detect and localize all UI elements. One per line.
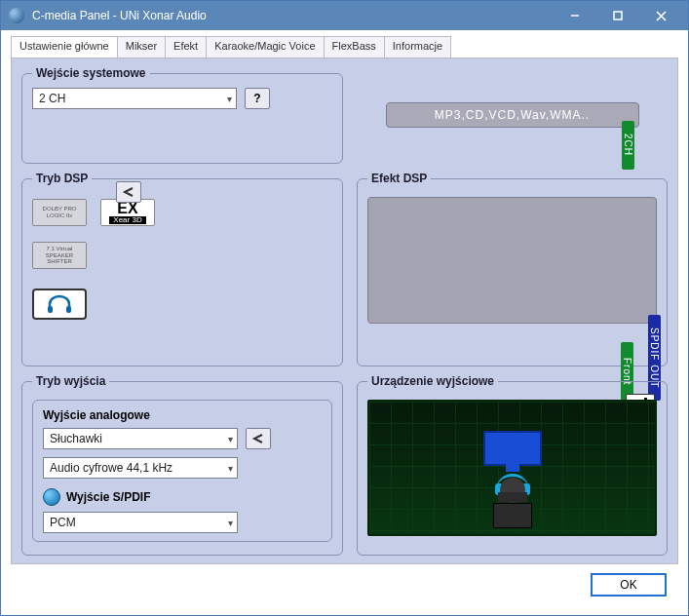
- analog-output-subgroup: Wyjście analogowe Słuchawki ▾ Audi: [32, 400, 332, 542]
- svg-rect-1: [614, 12, 622, 19]
- dialog-footer: OK: [11, 564, 678, 605]
- window-title: C-media Panel - UNi Xonar Audio: [32, 9, 554, 22]
- tab-info[interactable]: Informacje: [384, 36, 451, 58]
- spdif-label: Wyjście S/PDIF: [66, 490, 150, 504]
- virtual71-label: 7.1 Virtual SPEAKER SHIFTER: [33, 246, 86, 265]
- minimize-button[interactable]: [554, 2, 596, 29]
- maximize-button[interactable]: [596, 2, 639, 29]
- sample-rate-value: Audio cyfrowe 44,1 kHz: [50, 461, 172, 475]
- formats-area: MP3,CD,VCD,Wav,WMA.. 2CH: [357, 66, 668, 164]
- stage-monitor-icon: [483, 431, 542, 466]
- headphone-mode-button[interactable]: [32, 289, 87, 320]
- spdif-format-value: PCM: [50, 516, 76, 529]
- xear-ex-label: EX: [117, 201, 137, 216]
- svg-rect-4: [48, 306, 53, 313]
- legend-dsp-mode: Tryb DSP: [32, 172, 92, 185]
- tab-mixer[interactable]: Mikser: [117, 36, 166, 58]
- analog-output-value: Słuchawki: [50, 432, 102, 445]
- formats-display: MP3,CD,VCD,Wav,WMA..: [386, 102, 639, 128]
- tabbar: Ustawienie główne Mikser Efekt Karaoke/M…: [11, 36, 678, 58]
- analog-output-label: Wyjście analogowe: [43, 408, 150, 422]
- group-dsp-effect: Efekt DSP Front SPDIF OUT: [357, 172, 668, 366]
- help-button[interactable]: ?: [245, 88, 270, 109]
- dolby-label: DOLBY PRO LOGIC IIx: [33, 206, 86, 218]
- question-icon: ?: [253, 92, 260, 105]
- group-output-device: Urządzenie wyjściowe: [357, 374, 668, 556]
- xear3d-button[interactable]: EX Xear 3D: [100, 199, 155, 226]
- tab-main-settings[interactable]: Ustawienie główne: [11, 36, 118, 58]
- legend-output-mode: Tryb wyjścia: [32, 374, 109, 388]
- connector-2ch: 2CH: [622, 121, 634, 170]
- undo-icon: [251, 433, 265, 444]
- ok-button[interactable]: OK: [591, 573, 667, 597]
- xear-3d-label: Xear 3D: [109, 216, 145, 224]
- legend-dsp-effect: Efekt DSP: [367, 172, 431, 185]
- tab-flexbass[interactable]: FlexBass: [324, 36, 385, 58]
- ok-button-label: OK: [620, 578, 636, 592]
- chevron-down-icon: ▾: [228, 434, 233, 444]
- client-area: Ustawienie główne Mikser Efekt Karaoke/M…: [1, 30, 688, 615]
- titlebar: C-media Panel - UNi Xonar Audio: [1, 1, 688, 30]
- dsp-reset-button[interactable]: [116, 181, 141, 203]
- tab-effect[interactable]: Efekt: [165, 36, 207, 58]
- group-dsp-mode: Tryb DSP DOLBY PRO LOGIC IIx EX Xear 3D …: [21, 172, 343, 366]
- legend-system-input: Wejście systemowe: [32, 66, 150, 80]
- group-output-mode: Tryb wyjścia Wyjście analogowe Słuchawki…: [21, 374, 343, 556]
- close-button[interactable]: [639, 2, 682, 29]
- chevron-down-icon: ▾: [228, 518, 233, 528]
- svg-rect-5: [66, 306, 71, 313]
- analog-output-select[interactable]: Słuchawki ▾: [43, 428, 238, 449]
- headphone-icon: [46, 294, 73, 314]
- chevron-down-icon: ▾: [227, 94, 232, 104]
- close-icon: [656, 11, 667, 21]
- channel-select[interactable]: 2 CH ▾: [32, 88, 237, 109]
- group-system-input: Wejście systemowe 2 CH ▾ ?: [21, 66, 343, 164]
- stage-chair-icon: [493, 503, 532, 528]
- chevron-down-icon: ▾: [228, 463, 233, 474]
- listening-stage[interactable]: [367, 400, 657, 536]
- channel-select-value: 2 CH: [39, 92, 65, 105]
- tab-panel-main: Wejście systemowe 2 CH ▾ ? MP3,CD,VCD,Wa…: [11, 58, 678, 564]
- app-window: C-media Panel - UNi Xonar Audio Ustawien…: [0, 0, 689, 616]
- tab-karaoke[interactable]: Karaoke/Magic Voice: [206, 36, 324, 58]
- legend-output-device: Urządzenie wyjściowe: [367, 374, 498, 388]
- dsp-effect-display: [367, 197, 657, 324]
- spdif-format-select[interactable]: PCM ▾: [43, 512, 238, 533]
- analog-reset-button[interactable]: [246, 428, 271, 449]
- app-icon: [9, 8, 24, 23]
- virtual71-button[interactable]: 7.1 Virtual SPEAKER SHIFTER: [32, 242, 87, 269]
- undo-icon: [122, 186, 135, 198]
- dolby-prologic-button[interactable]: DOLBY PRO LOGIC IIx: [32, 199, 87, 226]
- minimize-icon: [570, 11, 580, 20]
- sample-rate-select[interactable]: Audio cyfrowe 44,1 kHz ▾: [43, 457, 238, 479]
- maximize-icon: [613, 11, 623, 20]
- spdif-enable-toggle[interactable]: [43, 488, 60, 506]
